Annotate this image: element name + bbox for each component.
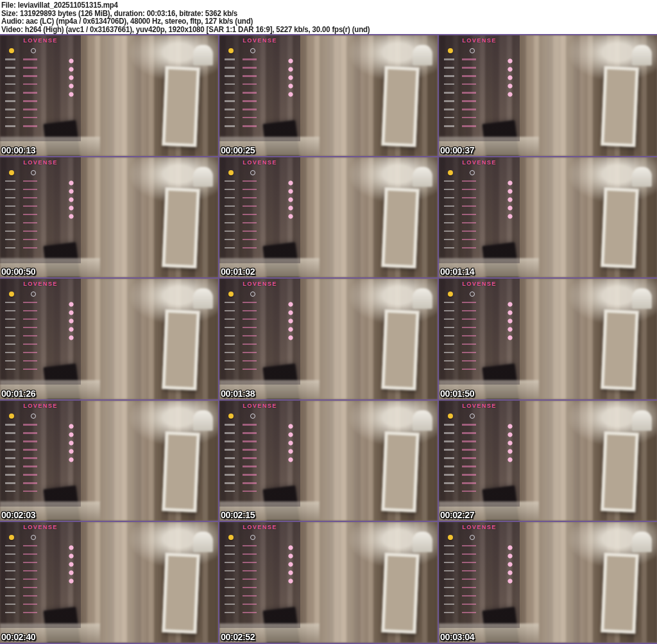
coin-icon [9, 413, 14, 419]
clock-icon [470, 292, 475, 297]
coin-icon [448, 292, 453, 297]
tip-menu-dots [507, 300, 513, 342]
tip-menu-dots [507, 544, 513, 586]
tip-menu-overlay: LOVENSE [0, 522, 81, 628]
timestamp-overlay: 00:02:52 [221, 631, 255, 642]
timestamp-overlay: 00:01:50 [440, 388, 474, 399]
video-thumbnail: LOVENSE 00:00:25 [219, 35, 438, 156]
tip-menu-overlay: LOVENSE [219, 279, 300, 385]
tip-menu-overlay: LOVENSE [439, 522, 520, 628]
lovense-watermark: LOVENSE [439, 159, 520, 166]
mirror-shape [162, 553, 200, 634]
coin-icon [228, 170, 234, 175]
mirror-shape [162, 66, 200, 147]
clock-icon [470, 413, 475, 419]
lovense-watermark: LOVENSE [219, 403, 300, 409]
coin-icon [9, 170, 14, 175]
timestamp-overlay: 00:02:03 [1, 509, 35, 520]
tip-menu-dots [287, 179, 294, 221]
tip-menu-rows [444, 545, 500, 619]
tip-menu-overlay: LOVENSE [219, 157, 300, 263]
lamp-shape [413, 45, 432, 65]
mirror-shape [381, 66, 420, 147]
lamp-shape [413, 410, 432, 431]
lovense-watermark: LOVENSE [439, 524, 520, 530]
timestamp-overlay: 00:00:37 [440, 144, 474, 155]
coin-icon [9, 292, 14, 297]
video-thumbnail: LOVENSE 00:01:38 [219, 279, 438, 399]
lovense-watermark: LOVENSE [439, 281, 520, 287]
clock-icon [31, 535, 36, 540]
tip-menu-dots [287, 57, 294, 99]
clock-icon [250, 292, 255, 297]
mirror-shape [381, 431, 420, 512]
tip-menu-overlay: LOVENSE [219, 401, 300, 507]
lamp-shape [193, 45, 213, 65]
tip-menu-overlay: LOVENSE [0, 401, 81, 507]
lamp-shape [632, 532, 652, 552]
timestamp-overlay: 00:00:50 [1, 266, 35, 277]
clock-icon [31, 413, 36, 419]
lamp-shape [193, 167, 213, 187]
lamp-shape [193, 532, 213, 552]
clock-icon [470, 48, 475, 53]
video-thumbnail: LOVENSE 00:03:04 [439, 522, 657, 643]
tip-menu-dots [287, 544, 294, 586]
video-thumbnail: LOVENSE 00:02:03 [0, 401, 218, 521]
timestamp-overlay: 00:01:38 [221, 388, 255, 399]
timestamp-overlay: 00:03:04 [440, 631, 474, 642]
mirror-shape [601, 309, 639, 390]
timestamp-overlay: 00:02:27 [440, 509, 474, 520]
tip-menu-dots [68, 422, 74, 464]
meta-video-line: Video: h264 (High) (avc1 / 0x31637661), … [1, 26, 631, 34]
lamp-shape [632, 410, 652, 431]
tip-menu-overlay: LOVENSE [0, 279, 81, 385]
lovense-watermark: LOVENSE [219, 37, 300, 44]
mirror-shape [162, 187, 200, 268]
mirror-shape [601, 66, 639, 147]
tip-menu-dots [507, 57, 513, 99]
timestamp-overlay: 00:01:14 [440, 266, 474, 277]
tip-menu-overlay: LOVENSE [219, 35, 300, 141]
tip-menu-dots [507, 179, 513, 221]
video-thumbnail: LOVENSE 00:00:50 [0, 157, 218, 278]
tip-menu-rows [225, 302, 281, 376]
lovense-watermark: LOVENSE [0, 159, 81, 166]
lamp-shape [632, 288, 652, 309]
mirror-shape [381, 309, 420, 390]
tip-menu-overlay: LOVENSE [219, 522, 300, 628]
tip-menu-rows [225, 58, 281, 132]
lamp-shape [413, 167, 432, 187]
lovense-watermark: LOVENSE [439, 403, 520, 409]
tip-menu-rows [225, 424, 281, 498]
video-thumbnail: LOVENSE 00:01:14 [439, 157, 657, 278]
tip-menu-dots [68, 179, 74, 221]
video-thumbnail: LOVENSE 00:00:13 [0, 35, 218, 156]
video-thumbnail: LOVENSE 00:02:40 [0, 522, 218, 643]
mirror-shape [162, 431, 200, 512]
video-thumbnail: LOVENSE 00:02:27 [439, 401, 657, 521]
lovense-watermark: LOVENSE [219, 281, 300, 287]
thumbnail-grid: LOVENSE 00:00:13 LOVENSE 00:00:25 [0, 34, 657, 644]
clock-icon [31, 48, 36, 53]
coin-icon [448, 413, 453, 419]
tip-menu-overlay: LOVENSE [0, 157, 81, 263]
tip-menu-rows [444, 58, 500, 132]
video-thumbnail: LOVENSE 00:01:02 [219, 157, 438, 278]
coin-icon [448, 535, 453, 540]
coin-icon [228, 413, 234, 419]
timestamp-overlay: 00:00:13 [1, 144, 35, 155]
tip-menu-rows [225, 180, 281, 254]
coin-icon [228, 48, 234, 53]
tip-menu-dots [68, 57, 74, 99]
lamp-shape [413, 532, 432, 552]
timestamp-overlay: 00:02:15 [221, 509, 255, 520]
tip-menu-rows [444, 302, 500, 376]
video-thumbnail: LOVENSE 00:02:15 [219, 401, 438, 521]
timestamp-overlay: 00:01:26 [1, 388, 35, 399]
tip-menu-rows [5, 180, 62, 254]
clock-icon [470, 535, 475, 540]
video-contact-sheet: File: leviavillat_202511051315.mp4 Size:… [0, 0, 657, 644]
lamp-shape [632, 45, 652, 65]
mirror-shape [381, 553, 420, 634]
